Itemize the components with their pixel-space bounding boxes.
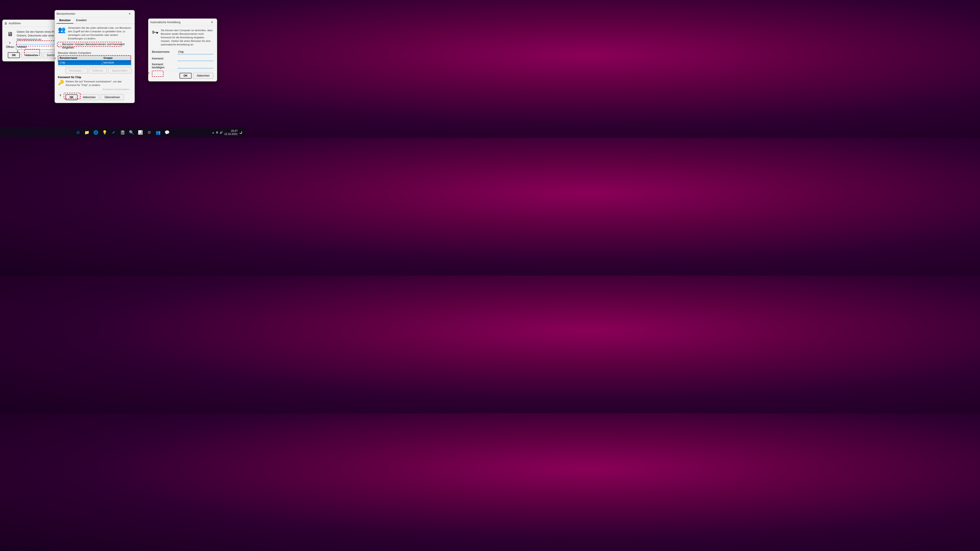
step1-label: 1: [9, 41, 11, 44]
taskbar-volume-icon[interactable]: 🔊: [220, 131, 223, 134]
taskbar-time-display: 20:47: [224, 129, 238, 132]
step6-highlight: [152, 71, 164, 77]
taskbar-notifications-icon[interactable]: 🌙: [239, 131, 242, 134]
bk-user-row[interactable]: Chip Benutzer: [58, 60, 131, 65]
taskbar-todo-icon[interactable]: ✔: [110, 129, 118, 137]
run-title-text: Ausführen: [9, 22, 21, 25]
bk-tabs: Benutzer Erweitert: [55, 17, 135, 24]
bk-checkbox-label: Benutzer müssen Benutzernamen und Kennwo…: [62, 43, 131, 49]
bk-titlebar: Benutzerkonten ✕: [55, 10, 135, 17]
taskbar-clock[interactable]: 20:47 12.10.2021: [224, 129, 238, 136]
bk-remove-button[interactable]: Entfernen: [89, 68, 107, 73]
step2-label: 2: [17, 50, 18, 52]
taskbar-onenote-icon[interactable]: 📓: [118, 129, 127, 137]
run-cancel-button[interactable]: Abbrechen: [21, 52, 41, 58]
bk-users-checkbox[interactable]: [58, 44, 61, 48]
bk-pw-reset-button[interactable]: Kennwort zurücksetzen...: [58, 88, 131, 91]
bk-section-label: Benutzer dieses Computers:: [58, 51, 131, 54]
aa-password-label: Kennwort:: [152, 57, 177, 60]
run-ok-button[interactable]: OK: [8, 52, 20, 58]
bk-pw-description: Klicken Sie auf "Kennwort zurücksetzen",…: [66, 80, 131, 87]
bk-user-group: Benutzer: [102, 60, 131, 65]
bk-tab-advanced[interactable]: Erweitert: [73, 17, 89, 24]
taskbar-chevron-icon[interactable]: ▲: [212, 131, 214, 134]
taskbar-people-icon[interactable]: 👥: [154, 129, 162, 137]
taskbar-powerpoint-icon[interactable]: 📊: [136, 129, 144, 137]
aa-cancel-button[interactable]: Abbrechen: [193, 73, 213, 79]
aa-confirm-row: Kennwort bestätigen:: [152, 63, 213, 69]
taskbar: ⊞ 📁 🌐 💡 ✔ 📓 🔍 📊 ⚙ 👥 💬 ▲ 🖥 🔊 20:47 12.10.…: [0, 127, 245, 138]
bk-title-text: Benutzerkonten: [57, 12, 75, 15]
aa-bottom: OK Abbrechen 6: [152, 71, 213, 79]
run-program-icon: 🖥: [6, 30, 14, 38]
taskbar-settings-icon[interactable]: ⚙: [145, 129, 153, 137]
bk-tab-user[interactable]: Benutzer: [57, 17, 73, 24]
aa-titlebar: Automatische Anmeldung ✕: [148, 19, 217, 26]
aa-username-input[interactable]: [177, 49, 213, 54]
desktop: 🖥 Ausführen ✕ 🖥 Geben Sie den Namen eine…: [0, 0, 245, 138]
bk-dialog: Benutzerkonten ✕ Benutzer Erweitert 👥 Ve…: [54, 10, 135, 103]
bk-controls: ✕: [127, 11, 133, 16]
aa-confirm-input[interactable]: [177, 64, 213, 68]
step3-label: 3: [54, 57, 56, 60]
bk-checkbox-row: Benutzer müssen Benutzernamen und Kennwo…: [58, 43, 131, 49]
bk-users-icon: 👥: [58, 26, 66, 40]
bk-user-name: Chip: [58, 60, 102, 65]
bk-apply-button[interactable]: Übernehmen: [101, 94, 124, 100]
aa-confirm-label: Kennwort bestätigen:: [152, 63, 177, 69]
aa-ok-button[interactable]: OK: [180, 73, 191, 79]
bk-cancel-button[interactable]: Abbrechen: [79, 94, 99, 100]
aa-dialog: Automatische Anmeldung ✕ 🗝 Sie können de…: [148, 19, 217, 81]
taskbar-tip-icon[interactable]: 💡: [101, 129, 109, 137]
bk-password-section: Kennwort für Chip 🔑 Klicken Sie auf "Ken…: [58, 76, 131, 91]
taskbar-search-icon[interactable]: 🔍: [127, 129, 135, 137]
step5-label: 5: [60, 94, 61, 97]
step4-label: 4: [54, 43, 55, 45]
bk-description: Verwenden Sie die unten stehende Liste, …: [68, 26, 131, 40]
aa-username-row: Benutzername:: [152, 49, 213, 54]
aa-title-text: Automatische Anmeldung: [150, 21, 180, 24]
bk-bottom-row: OK Abbrechen Übernehmen 5: [58, 93, 131, 101]
bk-pw-title: Kennwort für Chip: [58, 76, 131, 79]
aa-password-input[interactable]: [177, 56, 213, 61]
taskbar-date-display: 12.10.2021: [224, 132, 238, 136]
taskbar-teams-icon[interactable]: 💬: [163, 129, 171, 137]
bk-add-button[interactable]: Hinzufügen...: [65, 68, 88, 73]
bk-props-button[interactable]: Eigenschaften: [108, 68, 131, 73]
taskbar-explorer-icon[interactable]: 📁: [83, 129, 91, 137]
step6-label: 6: [148, 72, 149, 75]
bk-col-group: Gruppe: [102, 56, 131, 60]
bk-ok-button[interactable]: OK: [65, 94, 78, 100]
taskbar-icons: ⊞ 📁 🌐 💡 ✔ 📓 🔍 📊 ⚙ 👥 💬: [74, 129, 171, 137]
aa-username-label: Benutzername:: [152, 50, 177, 54]
bk-close-button[interactable]: ✕: [127, 11, 133, 16]
run-open-label: Öffnen:: [6, 45, 15, 49]
taskbar-network-icon[interactable]: 🖥: [216, 131, 218, 134]
run-title-icon: 🖥: [4, 22, 7, 25]
taskbar-edge-icon[interactable]: 🌐: [92, 129, 100, 137]
aa-password-row: Kennwort:: [152, 56, 213, 61]
bk-users-table: Benutzername Gruppe Chip Benutzer: [58, 56, 131, 65]
aa-key-icon: 🗝: [152, 29, 159, 46]
aa-description: Sie können den Computer so einrichten, d…: [161, 29, 213, 46]
bk-table-area: Benutzername Gruppe Chip Benutzer 3: [58, 56, 131, 66]
bk-col-username: Benutzername: [58, 56, 102, 60]
taskbar-notification-area: ▲ 🖥 🔊 20:47 12.10.2021 🌙: [212, 129, 242, 136]
aa-controls: ✕: [209, 20, 215, 25]
taskbar-start-button[interactable]: ⊞: [74, 129, 82, 137]
aa-close-button[interactable]: ✕: [209, 20, 215, 25]
bk-pw-icon: 🔑: [58, 80, 64, 86]
bk-action-row: Hinzufügen... Entfernen Eigenschaften: [58, 68, 131, 73]
